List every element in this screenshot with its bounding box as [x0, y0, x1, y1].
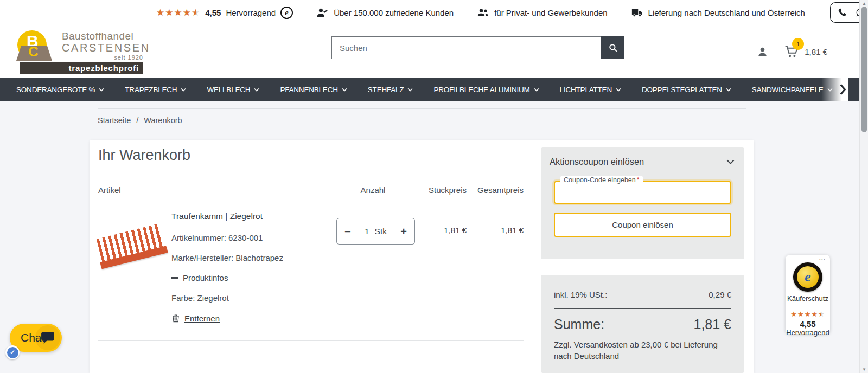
scrollbar-up-arrow[interactable]: ▲ — [860, 1, 868, 6]
chevron-down-icon — [254, 88, 259, 92]
page-scrollbar: ▲ ▼ — [859, 0, 868, 373]
logo-mark-icon: B C — [16, 30, 55, 62]
search-input[interactable] — [331, 36, 601, 59]
nav-item-doppelstegplatten[interactable]: DOPPELSTEGPLATTEN — [642, 86, 731, 94]
cart-count-badge: 1 — [792, 38, 804, 50]
logo-tagline: trapezblechprofi — [20, 62, 143, 74]
column-header-artikel: Artikel — [98, 185, 121, 195]
chevron-right-icon — [839, 84, 846, 95]
shop-logo[interactable]: B C Baustoffhandel CARSTENSEN seit 1920 … — [16, 30, 143, 74]
nav-item-profilbleche-aluminium[interactable]: PROFILBLECHE ALUMINIUM — [433, 86, 539, 94]
quantity-unit: Stk — [375, 227, 387, 236]
coupon-header-toggle[interactable]: Aktionscoupon einlösen — [541, 147, 744, 167]
quantity-decrease-button[interactable]: − — [344, 226, 351, 237]
search-button[interactable] — [601, 36, 624, 59]
quantity-value[interactable]: 1 — [365, 227, 369, 236]
nav-scroll-right-button[interactable] — [839, 82, 848, 97]
divider — [98, 201, 524, 201]
tax-value: 0,29 € — [709, 290, 731, 299]
shop-rating[interactable]: ★★★★★ ★★★★★ 4,55 Hervorragend e — [156, 7, 293, 19]
nav-item-lichtplatten[interactable]: LICHTPLATTEN — [560, 86, 621, 94]
check-icon: ✓ — [7, 347, 18, 358]
trust-grade: Hervorragend — [786, 329, 830, 337]
search-bar — [331, 36, 624, 59]
trust-score: 4,55 — [786, 319, 830, 329]
item-total-price: 1,81 € — [472, 226, 524, 235]
nav-item-wellblech[interactable]: WELLBLECH — [207, 86, 259, 94]
cart-card: Ihr Warenkorb Artikel Anzahl Stückpreis … — [90, 140, 754, 373]
phone-icon[interactable] — [838, 8, 847, 17]
item-unit-price: 1,81 € — [415, 226, 467, 235]
users-icon — [477, 7, 489, 18]
widget-menu-dots[interactable]: ⋯ — [819, 255, 826, 263]
column-header-anzahl: Anzahl — [331, 185, 415, 195]
product-color: Farbe: Ziegelrot — [171, 293, 334, 303]
required-asterisk: * — [637, 176, 640, 184]
quantity-increase-button[interactable]: + — [400, 226, 407, 237]
coupon-field: Coupon-Code eingeben* — [554, 181, 731, 204]
verified-check-badge: ✓ — [5, 345, 20, 359]
page: ★★★★★ ★★★★★ 4,55 Hervorragend e Über 150… — [0, 0, 868, 373]
benefit-text: für Privat- und Gewerbekunden — [494, 8, 607, 17]
top-benefit-bar: ★★★★★ ★★★★★ 4,55 Hervorragend e Über 150… — [0, 0, 859, 25]
breadcrumb-separator: / — [136, 116, 138, 125]
remove-item-link[interactable]: Entfernen — [171, 313, 334, 323]
breadcrumb-current: Warenkorb — [144, 116, 182, 125]
cart-button[interactable]: 1 1,81 € — [784, 44, 827, 59]
cart-total: 1,81 € — [805, 47, 827, 56]
account-button[interactable] — [757, 46, 768, 57]
trust-star-rating-icon: ★★★★★ ★★★★★ — [786, 309, 830, 319]
benefit-text: Über 150.000 zufriedene Kunden — [334, 8, 454, 17]
coupon-redeem-button[interactable]: Coupon einlösen — [554, 213, 731, 237]
buyer-protection-label: Käuferschutz — [786, 294, 830, 303]
trustedshops-e-icon[interactable]: e — [280, 7, 293, 19]
chevron-down-icon — [407, 88, 413, 92]
nav-item-pfannenblech[interactable]: PFANNENBLECH — [280, 86, 347, 94]
trustedshops-widget[interactable]: ⋯ e Käuferschutz ★★★★★ ★★★★★ 4,55 Hervor… — [786, 255, 830, 334]
nav-item-stehfalz[interactable]: STEHFALZ — [368, 86, 413, 94]
breadcrumb-home[interactable]: Startseite — [98, 116, 131, 125]
product-infos-toggle[interactable]: Produktinfos — [171, 273, 334, 282]
tax-label: inkl. 19% USt.: — [554, 290, 607, 299]
star-rating-icon: ★★★★★ ★★★★★ — [156, 8, 200, 17]
search-icon — [608, 43, 618, 53]
chevron-down-icon — [616, 88, 621, 92]
rating-score: 4,55 — [205, 8, 221, 17]
logo-text: Baustoffhandel CARSTENSEN seit 1920 — [62, 30, 143, 61]
nav-item-trapezblech[interactable]: TRAPEZBLECH — [125, 86, 186, 94]
coupon-code-input[interactable] — [554, 181, 731, 204]
benefit-customer-types: für Privat- und Gewerbekunden — [477, 7, 607, 18]
page-title: Ihr Warenkorb — [98, 147, 190, 164]
nav-item-sandwichpaneele[interactable]: SANDWICHPANEELE — [752, 86, 833, 94]
scrollbar-thumb[interactable] — [861, 7, 867, 132]
benefit-customers: Über 150.000 zufriedene Kunden — [317, 7, 454, 18]
benefit-delivery: Lieferung nach Deutschland und Österreic… — [631, 7, 805, 18]
divider — [98, 340, 524, 341]
product-sku: Artikelnummer: 6230-001 — [171, 233, 334, 242]
collapse-minus-icon — [171, 277, 178, 279]
summary-panel: inkl. 19% USt.: 0,29 € Summe: 1,81 € Zzg… — [541, 275, 744, 373]
chevron-down-icon — [726, 159, 735, 164]
main-nav: SONDERANGEBOTE % TRAPEZBLECH WELLBLECH P… — [0, 78, 859, 101]
divider — [789, 306, 826, 306]
chevron-down-icon — [726, 88, 731, 92]
trash-icon — [171, 313, 180, 323]
divider — [554, 308, 731, 309]
rating-label: Hervorragend — [226, 8, 276, 17]
trustedshops-seal-icon: e — [793, 262, 822, 292]
product-title[interactable]: Traufenkamm | Ziegelrot — [171, 211, 334, 221]
chevron-down-icon — [99, 88, 104, 92]
coupon-panel: Aktionscoupon einlösen Coupon-Code einge… — [541, 147, 744, 259]
scrollbar-down-arrow[interactable]: ▼ — [860, 367, 868, 372]
quantity-stepper: − 1 Stk + — [336, 218, 415, 245]
product-details: Traufenkamm | Ziegelrot Artikelnummer: 6… — [171, 211, 334, 323]
chevron-down-icon — [534, 88, 539, 92]
total-label: Summe: — [554, 317, 604, 332]
product-image[interactable] — [99, 215, 156, 277]
traufenkamm-graphic — [94, 223, 168, 271]
nav-item-sonderangebote[interactable]: SONDERANGEBOTE % — [16, 86, 104, 94]
user-check-icon — [317, 7, 328, 18]
chevron-down-icon — [342, 88, 347, 92]
product-brand: Marke/Hersteller: Blachotrapez — [171, 253, 334, 262]
shipping-note: Zzgl. Versandkosten ab 23,00 € bei Liefe… — [554, 339, 729, 362]
